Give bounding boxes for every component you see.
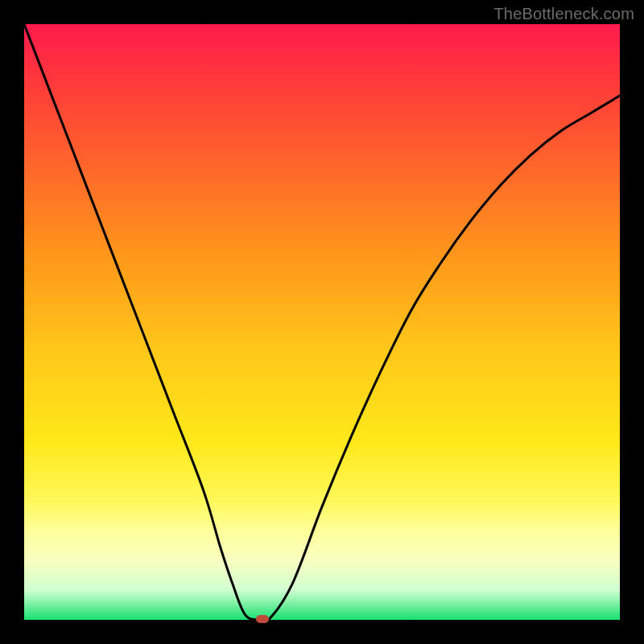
minimum-marker [256, 615, 269, 623]
bottleneck-curve-path [24, 24, 620, 623]
attribution-text: TheBottleneck.com [493, 5, 634, 23]
plot-area [24, 24, 620, 620]
chart-frame: TheBottleneck.com [0, 0, 644, 644]
curve-svg [24, 24, 620, 620]
